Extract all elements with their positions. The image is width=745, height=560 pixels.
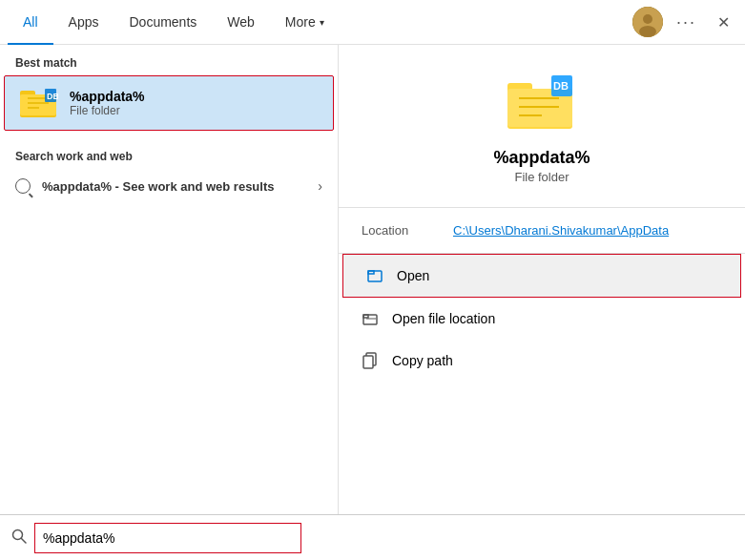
best-match-item[interactable]: DB %appdata% File folder: [4, 75, 334, 131]
copy-path-label: Copy path: [392, 353, 453, 368]
location-label: Location: [362, 223, 438, 238]
copy-path-action[interactable]: Copy path: [339, 340, 745, 382]
svg-point-2: [639, 26, 656, 37]
main-content: Best match DB %appdata% File f: [0, 45, 745, 514]
tab-apps[interactable]: Apps: [53, 0, 114, 45]
svg-text:DB: DB: [553, 80, 569, 92]
tab-more[interactable]: More ▾: [270, 0, 340, 45]
detail-header: DB %appdata% File folder: [339, 45, 745, 208]
web-suffix: - See work and web results: [112, 179, 275, 194]
more-options-button[interactable]: ···: [671, 9, 702, 36]
open-action[interactable]: Open: [342, 254, 741, 298]
bottom-bar: [0, 514, 745, 560]
web-search-text: %appdata% - See work and web results: [42, 179, 274, 194]
tab-web[interactable]: Web: [212, 0, 270, 45]
open-label: Open: [397, 268, 429, 283]
tab-more-label: More: [285, 14, 316, 30]
svg-point-1: [643, 14, 652, 24]
detail-folder-icon: DB: [507, 75, 576, 136]
open-file-location-action[interactable]: Open file location: [339, 298, 745, 340]
search-icon: [15, 178, 31, 194]
tab-all[interactable]: All: [8, 0, 53, 45]
tab-documents-label: Documents: [129, 14, 197, 30]
detail-name: %appdata%: [493, 148, 590, 168]
location-path[interactable]: C:\Users\Dharani.Shivakumar\AppData: [453, 223, 669, 238]
copy-path-icon: [362, 351, 381, 370]
location-row: Location C:\Users\Dharani.Shivakumar\App…: [362, 223, 722, 238]
detail-type: File folder: [514, 170, 569, 184]
tab-all-label: All: [23, 14, 38, 30]
item-type: File folder: [70, 104, 145, 117]
svg-rect-25: [363, 356, 373, 368]
svg-line-27: [22, 538, 27, 543]
detail-info: Location C:\Users\Dharani.Shivakumar\App…: [339, 208, 745, 254]
svg-rect-22: [363, 315, 368, 318]
arrow-right-icon[interactable]: ›: [318, 178, 322, 194]
open-file-location-label: Open file location: [392, 311, 495, 326]
web-query: %appdata%: [42, 179, 112, 194]
close-button[interactable]: ✕: [710, 10, 737, 35]
right-panel: DB %appdata% File folder Location C:\Use…: [339, 45, 745, 514]
best-match-label: Best match: [0, 45, 338, 75]
svg-text:DB: DB: [47, 92, 58, 101]
avatar[interactable]: [632, 7, 663, 37]
svg-rect-19: [368, 271, 382, 281]
search-input[interactable]: [34, 523, 301, 553]
left-panel: Best match DB %appdata% File f: [0, 45, 339, 514]
top-nav: All Apps Documents Web More ▾ ··· ✕: [0, 0, 745, 45]
actions-list: Open Open file location: [339, 254, 745, 382]
tab-documents[interactable]: Documents: [114, 0, 212, 45]
web-section-label: Search work and web: [0, 138, 338, 169]
web-search-item[interactable]: %appdata% - See work and web results ›: [0, 169, 338, 203]
tab-apps-label: Apps: [69, 14, 99, 30]
nav-right: ··· ✕: [632, 7, 737, 37]
open-icon: [366, 266, 385, 285]
open-file-location-icon: [362, 309, 381, 328]
folder-icon: DB: [20, 84, 58, 122]
svg-rect-20: [368, 271, 374, 274]
svg-rect-21: [363, 315, 377, 324]
best-match-text: %appdata% File folder: [70, 89, 145, 117]
tab-web-label: Web: [227, 14, 255, 30]
chevron-down-icon: ▾: [320, 17, 324, 28]
bottom-search-icon: [11, 529, 27, 548]
item-name: %appdata%: [70, 89, 145, 104]
